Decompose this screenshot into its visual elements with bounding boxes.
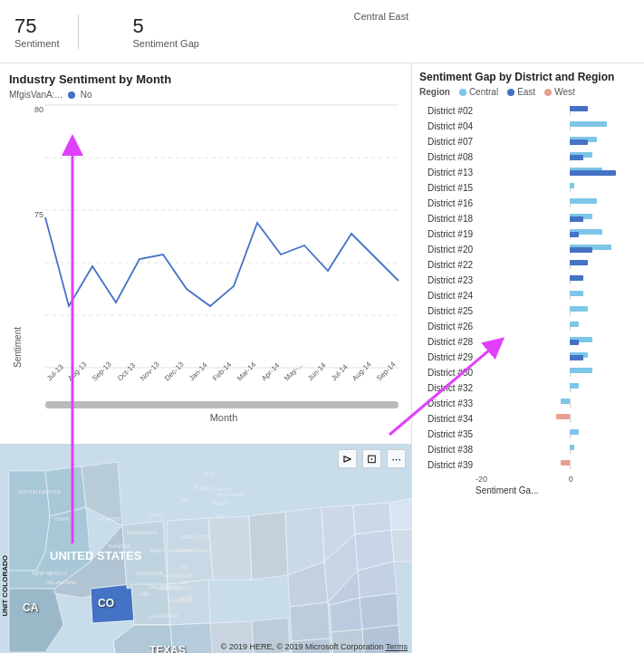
district-label: District #30	[419, 368, 478, 378]
district-row: District #28	[419, 335, 639, 348]
terms-link[interactable]: Terms	[386, 642, 409, 651]
unit-colorado-label: UNIT COLORADO	[2, 555, 10, 617]
chart-scrollbar[interactable]	[45, 401, 399, 408]
main-area: Industry Sentiment by Month MfgisVanA:..…	[0, 63, 644, 653]
district-bar-chart	[478, 106, 639, 115]
district-bar-chart	[478, 214, 639, 223]
district-label: District #26	[419, 322, 478, 331]
district-label: District #33	[419, 399, 478, 408]
bar-segment-central	[570, 198, 597, 204]
bar-segment-east	[570, 275, 583, 281]
bar-segment-west	[561, 460, 570, 466]
filter-button[interactable]: ⊳	[338, 449, 357, 468]
svg-text:ARKANSAS: ARKANSAS	[163, 573, 193, 579]
district-bar-chart	[478, 429, 639, 438]
district-bar-chart	[478, 168, 639, 177]
bar-segment-east	[570, 155, 583, 160]
x-axis-ticks: Jul-13 Aug-13 Sep-13 Oct-13 Nov-13 Dec-1…	[45, 370, 399, 385]
svg-text:MASS: MASS	[213, 501, 228, 506]
district-bar-chart	[478, 260, 639, 269]
district-label: District #29	[419, 352, 478, 362]
district-row: District #39	[419, 458, 639, 471]
bar-segment-east	[570, 232, 579, 237]
east-label: East	[517, 87, 535, 97]
district-bar-chart	[478, 121, 639, 130]
bar-segment-east	[570, 260, 588, 265]
bar-segment-east	[570, 106, 588, 111]
legend-central: Central	[459, 87, 498, 97]
svg-text:N.H.: N.H.	[204, 471, 215, 476]
gap-metric: 5 Sentiment Gap	[133, 14, 217, 49]
district-label: District #24	[419, 291, 478, 301]
district-row: District #08	[419, 150, 639, 163]
region-legend: Region Central East West	[419, 87, 639, 97]
map-area: ⊳ ⊡ ···	[0, 444, 411, 653]
line-chart-svg	[45, 105, 399, 368]
bar-segment-east	[570, 170, 616, 176]
bar-segment-central	[561, 399, 570, 404]
bar-chart-title: Sentiment Gap by District and Region	[419, 71, 639, 83]
district-label: District #02	[419, 106, 478, 116]
district-row: District #19	[419, 227, 639, 240]
east-circle-icon	[507, 89, 514, 96]
bar-segment-central	[570, 368, 592, 373]
x-zero-label: 0	[569, 475, 573, 484]
legend-dot-icon	[68, 91, 75, 99]
bar-segment-east	[570, 216, 583, 222]
district-bar-chart	[478, 152, 639, 161]
svg-marker-36	[353, 503, 391, 534]
district-label: District #34	[419, 414, 478, 424]
right-panel: Sentiment Gap by District and Region Reg…	[412, 63, 644, 653]
west-circle-icon	[544, 89, 552, 96]
district-label: District #22	[419, 260, 478, 270]
central-circle-icon	[459, 89, 466, 96]
district-row: District #23	[419, 274, 639, 286]
bar-segment-central	[570, 429, 579, 435]
svg-text:IOWA: IOWA	[54, 516, 69, 522]
metrics-bar: 75 Sentiment 5 Sentiment Gap Central Eas…	[0, 0, 644, 63]
svg-text:NEW MEXICO: NEW MEXICO	[32, 571, 68, 576]
expand-button[interactable]: ⊡	[362, 449, 381, 468]
district-label: District #35	[419, 429, 478, 439]
bar-chart-rows: District #02District #04District #07Dist…	[419, 104, 639, 471]
sentiment-ga-label: Sentiment Ga...	[476, 485, 639, 495]
district-bar-chart	[478, 198, 639, 207]
svg-text:KANSAS: KANSAS	[109, 543, 130, 549]
bar-segment-central	[570, 322, 579, 327]
district-bar-chart	[478, 383, 639, 392]
district-row: District #16	[419, 197, 639, 209]
district-row: District #02	[419, 104, 639, 117]
sentiment-metric: 75 Sentiment	[14, 14, 79, 49]
district-bar-chart	[478, 275, 639, 284]
district-bar-chart	[478, 183, 639, 192]
line-chart-area: Industry Sentiment by Month MfgisVanA:..…	[0, 63, 411, 444]
district-label: District #07	[419, 137, 478, 147]
chart-legend: MfgisVanA:... No	[9, 90, 402, 100]
svg-text:OKLAHOMA: OKLAHOMA	[45, 580, 76, 585]
svg-marker-14	[249, 512, 288, 580]
map-copyright: © 2019 HERE, © 2019 Microsoft Corporatio…	[221, 642, 408, 651]
x-axis-label: Month	[45, 412, 402, 423]
sentiment-value: 75	[14, 14, 60, 38]
district-label: District #04	[419, 121, 478, 131]
left-panel: Industry Sentiment by Month MfgisVanA:..…	[0, 63, 412, 653]
svg-text:MD.: MD.	[140, 591, 150, 597]
svg-text:LOUISIANA: LOUISIANA	[149, 613, 178, 619]
region-header: Central East	[353, 11, 409, 22]
district-bar-chart	[478, 137, 639, 146]
district-bar-chart	[478, 414, 639, 423]
district-bar-chart	[478, 322, 639, 331]
district-label: District #20	[419, 245, 478, 254]
district-row: District #26	[419, 320, 639, 332]
svg-text:PA: PA	[181, 498, 188, 504]
svg-text:DELAWARE: DELAWARE	[149, 584, 179, 590]
district-row: District #38	[419, 443, 639, 456]
more-button[interactable]: ···	[387, 449, 406, 468]
district-label: District #32	[419, 383, 478, 393]
svg-text:TENNESSEE: TENNESSEE	[177, 548, 209, 553]
district-bar-chart	[478, 399, 639, 408]
svg-text:SOUTH DAKOTA: SOUTH DAKOTA	[18, 489, 61, 495]
district-label: District #15	[419, 183, 478, 193]
district-row: District #34	[419, 412, 639, 425]
district-label: District #25	[419, 306, 478, 316]
